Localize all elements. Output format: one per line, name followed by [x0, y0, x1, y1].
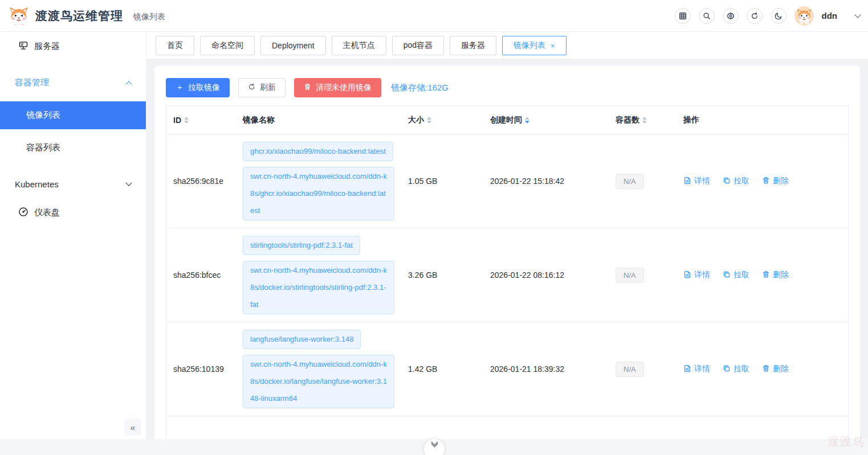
- row-actions: 详情拉取删除: [677, 364, 848, 374]
- sidebar-item-label: 仪表盘: [34, 207, 60, 218]
- action-label: 删除: [773, 176, 789, 186]
- detail-link[interactable]: 详情: [683, 364, 710, 374]
- pull-link[interactable]: 拉取: [723, 176, 749, 186]
- column-label: 容器数: [616, 115, 639, 125]
- container-count-badge: N/A: [616, 362, 644, 377]
- table-row: sha256:bfcecstirlingtools/stirling-pdf:2…: [166, 228, 848, 322]
- trash-icon: [304, 83, 311, 92]
- tab-首页[interactable]: 首页: [156, 36, 194, 55]
- image-id: sha256:bfcec: [166, 270, 236, 280]
- container-count-cell: N/A: [609, 174, 677, 189]
- dashboard-icon: [18, 207, 34, 219]
- tab-pod容器[interactable]: pod容器: [392, 36, 444, 55]
- image-tag[interactable]: ghcr.io/xiaochao99/miloco-backend:latest: [243, 142, 393, 161]
- action-label: 详情: [694, 176, 710, 186]
- detail-link[interactable]: 详情: [683, 270, 710, 280]
- toolbar: ＋ 拉取镜像 刷新 清理未使用镜像 镜像存储:162G: [154, 65, 860, 97]
- sort-carets-icon[interactable]: [427, 117, 431, 124]
- table-row: langfuse/langfuse:3.148: [166, 416, 848, 439]
- column-header-创建时间[interactable]: 创建时间: [483, 115, 609, 125]
- tab-命名空间[interactable]: 命名空间: [200, 36, 255, 55]
- table-row: sha256:10139langfuse/langfuse-worker:3.1…: [166, 322, 848, 416]
- image-storage-label: 镜像存储:162G: [391, 83, 449, 93]
- copy-icon: [723, 270, 731, 280]
- refresh-button[interactable]: 刷新: [238, 78, 286, 97]
- column-label: 创建时间: [490, 115, 522, 125]
- image-tag[interactable]: stirlingtools/stirling-pdf:2.3.1-fat: [243, 236, 360, 255]
- chevron-down-icon: [125, 179, 132, 186]
- action-label: 拉取: [733, 176, 749, 186]
- sidebar-group-容器管理[interactable]: 容器管理: [0, 68, 146, 97]
- sidebar-subitem-label: 镜像列表: [26, 110, 60, 121]
- pull-link[interactable]: 拉取: [723, 270, 749, 280]
- table-row: sha256:9c81eghcr.io/xiaochao99/miloco-ba…: [166, 134, 848, 228]
- delete-link[interactable]: 删除: [762, 176, 789, 186]
- moon-icon[interactable]: [771, 8, 787, 24]
- delete-link[interactable]: 删除: [762, 364, 789, 374]
- copy-icon: [723, 177, 731, 186]
- table-icon[interactable]: [675, 8, 691, 24]
- sidebar-subitem-容器列表[interactable]: 容器列表: [0, 134, 146, 162]
- document-icon: [683, 364, 691, 374]
- image-tag[interactable]: swr.cn-north-4.myhuaweicloud.com/ddn-k8s…: [243, 355, 394, 408]
- column-header-镜像名称: 镜像名称: [236, 115, 401, 125]
- tab-label: 首页: [167, 40, 183, 51]
- scroll-down-indicator[interactable]: [424, 439, 445, 455]
- sidebar-subitem-镜像列表[interactable]: 镜像列表: [0, 101, 146, 129]
- watermark: 渡渡鸟: [828, 434, 865, 449]
- sidebar-group-label: Kubernetes: [15, 179, 59, 189]
- tab-服务器[interactable]: 服务器: [450, 36, 496, 55]
- row-actions: 详情拉取删除: [677, 176, 848, 186]
- sidebar-item-仪表盘[interactable]: 仪表盘: [0, 198, 146, 227]
- chevron-up-icon: [125, 81, 132, 87]
- sort-carets-icon[interactable]: [642, 117, 647, 124]
- search-icon[interactable]: [699, 8, 715, 24]
- column-label: 大小: [408, 115, 424, 125]
- tab-Deployment[interactable]: Deployment: [260, 36, 326, 55]
- image-size: 1.05 GB: [401, 177, 483, 186]
- header-icon-group: [675, 8, 787, 24]
- image-created-time: 2026-01-21 18:39:32: [483, 364, 609, 374]
- container-count-cell: N/A: [609, 362, 677, 377]
- sidebar-subitem-label: 容器列表: [26, 142, 60, 153]
- sidebar-collapse-button[interactable]: «: [124, 419, 141, 436]
- column-label: ID: [173, 116, 181, 125]
- tab-label: 命名空间: [211, 40, 243, 51]
- sidebar-item-服务器[interactable]: 服务器: [0, 32, 146, 60]
- user-avatar[interactable]: [794, 6, 814, 26]
- image-size: 3.26 GB: [401, 270, 483, 280]
- server-icon: [18, 40, 34, 52]
- container-count-badge: N/A: [616, 268, 644, 283]
- refresh-icon: [248, 83, 255, 92]
- pull-link[interactable]: 拉取: [723, 364, 749, 374]
- settings-icon[interactable]: [723, 8, 739, 24]
- close-icon[interactable]: ×: [551, 42, 555, 50]
- delete-link[interactable]: 删除: [762, 270, 789, 280]
- column-header-容器数[interactable]: 容器数: [609, 115, 677, 125]
- image-tag[interactable]: langfuse/langfuse-worker:3.148: [243, 330, 361, 349]
- pull-image-button[interactable]: ＋ 拉取镜像: [166, 78, 230, 97]
- image-tag[interactable]: swr.cn-north-4.myhuaweicloud.com/ddn-k8s…: [243, 167, 394, 220]
- refresh-icon[interactable]: [747, 8, 763, 24]
- image-name-cell: stirlingtools/stirling-pdf:2.3.1-fatswr.…: [236, 236, 401, 314]
- sidebar-group-Kubernetes[interactable]: Kubernetes: [0, 170, 146, 198]
- copy-icon: [723, 364, 731, 374]
- sidebar-group-label: 容器管理: [15, 77, 49, 88]
- tab-主机节点[interactable]: 主机节点: [332, 36, 386, 55]
- image-name-cell: langfuse/langfuse-worker:3.148swr.cn-nor…: [236, 330, 401, 408]
- container-count-badge: N/A: [616, 174, 644, 189]
- top-header: 渡渡鸟运维管理 镜像列表 ddn: [0, 0, 868, 32]
- tab-镜像列表[interactable]: 镜像列表×: [502, 36, 567, 55]
- image-tag[interactable]: swr.cn-north-4.myhuaweicloud.com/ddn-k8s…: [243, 261, 394, 314]
- action-label: 拉取: [733, 364, 749, 374]
- image-id: sha256:10139: [166, 364, 236, 374]
- cleanup-unused-images-button[interactable]: 清理未使用镜像: [294, 78, 381, 97]
- action-label: 删除: [773, 364, 789, 374]
- sort-carets-icon[interactable]: [184, 117, 189, 124]
- sort-carets-icon[interactable]: [525, 117, 529, 124]
- chevron-down-icon[interactable]: [854, 11, 861, 18]
- detail-link[interactable]: 详情: [683, 176, 710, 186]
- column-header-ID[interactable]: ID: [166, 116, 236, 125]
- column-label: 操作: [683, 115, 699, 125]
- column-header-大小[interactable]: 大小: [401, 115, 483, 125]
